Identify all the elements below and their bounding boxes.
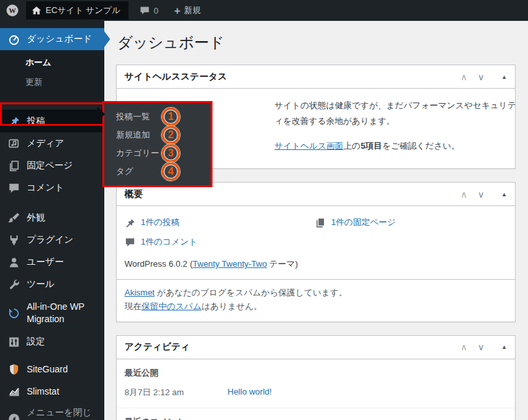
pushpin-icon [8, 115, 20, 127]
admin-bar-site-name[interactable]: ECサイト サンプル [26, 1, 128, 20]
sidebar-item-label: 外観 [27, 212, 45, 224]
move-down-icon[interactable]: ∨ [478, 189, 484, 200]
shield-icon [8, 363, 20, 376]
post-date: 8月7日 2:12 am [125, 387, 227, 398]
comments-count-link[interactable]: 1件のコメント [141, 236, 198, 248]
sidebar-item-label: ユーザー [27, 256, 64, 268]
sidebar-item-comments[interactable]: コメント [0, 177, 104, 199]
akismet-block: Akismet があなたのブログをスパムから保護しています。 現在保留中のスパム… [117, 279, 515, 322]
posts-flyout-menu: 投稿一覧 1 新規追加 2 カテゴリー 3 タグ 4 [104, 103, 211, 185]
admin-bar-comments[interactable]: 0 [134, 0, 164, 21]
sidebar-item-plugins[interactable]: プラグイン [0, 229, 104, 251]
collapse-panel-icon[interactable]: ▲ [501, 191, 507, 198]
spam-pre-text: 現在 [125, 301, 141, 311]
flyout-item-label: タグ [116, 166, 134, 177]
wordpress-logo-icon: W [6, 4, 19, 17]
sidebar-item-label: All-in-One WP Migration [27, 301, 97, 325]
site-health-header[interactable]: サイトヘルスステータス ∧ ∨ ▲ [117, 65, 515, 89]
activity-body: 最近公開 8月7日 2:12 am Hello world! 最近のコメント [117, 359, 515, 420]
sidebar-item-dashboard[interactable]: ダッシュボード [0, 28, 104, 50]
theme-suffix-text: テーマ) [267, 259, 298, 269]
pushpin-icon [125, 217, 136, 228]
akismet-link[interactable]: Akismet [125, 288, 154, 297]
at-a-glance-body: 1件の投稿 1件の固定ページ [117, 206, 515, 322]
wrench-icon [8, 278, 20, 291]
wordpress-version-line: WordPress 6.0.2 (Twenty Twenty-Two テーマ) [125, 258, 507, 279]
recent-post-row: 8月7日 2:12 am Hello world! [117, 382, 515, 408]
sidebar-item-pages[interactable]: 固定ページ [0, 155, 104, 177]
sidebar-item-label: プラグイン [27, 234, 74, 246]
sidebar-item-label: Slimstat [27, 386, 59, 397]
sidebar-item-posts[interactable]: 投稿 [0, 110, 104, 132]
sidebar-item-users[interactable]: ユーザー [0, 251, 104, 273]
sidebar-item-label: SiteGuard [27, 364, 68, 374]
sidebar-item-siteguard[interactable]: SiteGuard [0, 358, 104, 380]
collapse-panel-icon[interactable]: ▲ [501, 74, 507, 80]
sliders-icon [8, 336, 20, 348]
active-menu-arrow [104, 31, 110, 47]
admin-bar: W ECサイト サンプル 0 + 新規 [0, 0, 528, 21]
flyout-item-all-posts[interactable]: 投稿一覧 1 [104, 108, 211, 126]
sidebar-item-media[interactable]: メディア [0, 132, 104, 155]
site-health-screen-link[interactable]: サイトヘルス画面 [274, 141, 344, 151]
sidebar-item-slimstat[interactable]: Slimstat [0, 380, 104, 402]
move-down-icon[interactable]: ∨ [478, 72, 484, 82]
pages-count-link[interactable]: 1件の固定ページ [331, 217, 396, 228]
annotation-badge-2: 2 [162, 126, 180, 144]
move-down-icon[interactable]: ∨ [478, 342, 484, 352]
collapse-menu-label: メニューを閉じる [27, 407, 99, 420]
sidebar-item-home[interactable]: ホーム [0, 53, 104, 72]
site-health-mid-text: 上の [344, 141, 360, 151]
collapse-panel-icon[interactable]: ▲ [501, 344, 507, 350]
sidebar-item-label: メディア [27, 138, 64, 149]
comments-icon [8, 182, 20, 194]
flyout-item-add-new[interactable]: 新規追加 2 [104, 126, 211, 144]
svg-text:W: W [9, 7, 16, 14]
move-up-icon[interactable]: ∧ [461, 72, 467, 82]
comment-count: 0 [154, 6, 158, 16]
wordpress-logo-menu[interactable]: W [0, 0, 25, 21]
sidebar-item-label: 固定ページ [27, 160, 73, 172]
annotation-badge-4: 4 [162, 162, 180, 181]
chart-icon [8, 385, 20, 398]
admin-bar-new-button[interactable]: + 新規 [168, 0, 207, 21]
site-health-count: 5項目 [360, 141, 382, 151]
plus-icon: + [174, 5, 181, 16]
glance-comments: 1件のコメント [125, 236, 315, 248]
theme-link[interactable]: Twenty Twenty-Two [193, 259, 267, 269]
comment-bubble-icon [125, 237, 136, 248]
glance-posts: 1件の投稿 [125, 217, 315, 228]
home-icon [31, 5, 42, 16]
collapse-arrow-icon [8, 413, 20, 420]
flyout-item-categories[interactable]: カテゴリー 3 [104, 144, 211, 162]
site-health-status-text: サイトの状態は健康ですが、まだパフォーマンスやセキュリティを改善する余地がありま… [274, 98, 517, 129]
at-a-glance-panel: 概要 ∧ ∨ ▲ 1件の投稿 [116, 182, 516, 322]
pending-spam-link[interactable]: 保留中のスパム [141, 301, 201, 311]
sidebar-item-migration[interactable]: All-in-One WP Migration [0, 295, 104, 331]
panel-title: サイトヘルスステータス [125, 71, 227, 83]
posts-count-link[interactable]: 1件の投稿 [141, 217, 180, 228]
collapse-menu-button[interactable]: メニューを閉じる [0, 408, 104, 420]
sidebar-item-tools[interactable]: ツール [0, 273, 104, 295]
paintbrush-icon [8, 212, 20, 224]
activity-header[interactable]: アクティビティ ∧ ∨ ▲ [117, 336, 515, 359]
move-up-icon[interactable]: ∧ [461, 189, 467, 200]
activity-panel: アクティビティ ∧ ∨ ▲ 最近公開 8月7日 2:12 am Hello wo… [116, 335, 516, 420]
akismet-text: があなたのブログをスパムから保護しています。 [154, 288, 347, 297]
flyout-item-tags[interactable]: タグ 4 [104, 162, 211, 181]
sidebar-item-label: ツール [27, 278, 55, 290]
pages-icon [315, 217, 326, 228]
annotation-badge-1: 1 [162, 108, 180, 126]
move-up-icon[interactable]: ∧ [461, 342, 467, 352]
spam-post-text: はありません。 [201, 301, 262, 311]
sidebar-item-settings[interactable]: 設定 [0, 331, 104, 353]
sidebar-item-updates[interactable]: 更新 [0, 72, 104, 92]
sidebar-item-label: コメント [27, 182, 64, 194]
new-label: 新規 [184, 5, 201, 16]
sidebar-item-label: 投稿 [27, 115, 45, 127]
circular-arrow-icon [8, 307, 20, 320]
sidebar-item-appearance[interactable]: 外観 [0, 207, 104, 229]
flyout-item-label: 新規追加 [116, 129, 150, 141]
site-health-tail-text: をご確認ください。 [382, 141, 460, 151]
post-title-link[interactable]: Hello world! [227, 387, 272, 398]
